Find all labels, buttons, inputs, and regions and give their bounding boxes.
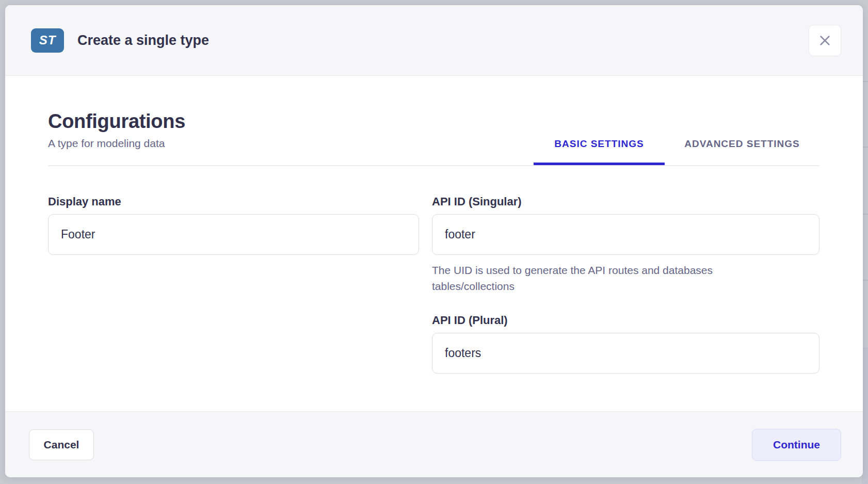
modal-body: Configurations A type for modeling data … (5, 76, 863, 411)
section-header: Configurations A type for modeling data … (48, 76, 819, 166)
api-id-singular-field: API ID (Singular) The UID is used to gen… (432, 195, 819, 294)
api-id-plural-input[interactable] (432, 333, 819, 374)
page-background: { "modal": { "header": { "badge": "ST", … (0, 0, 868, 484)
section-heading-block: Configurations A type for modeling data (48, 110, 185, 165)
modal-title: Create a single type (77, 33, 209, 49)
modal-header: ST Create a single type (5, 5, 863, 76)
cancel-button[interactable]: Cancel (29, 429, 94, 460)
single-type-badge: ST (31, 28, 64, 53)
continue-button[interactable]: Continue (752, 429, 841, 461)
api-id-singular-label: API ID (Singular) (432, 195, 819, 208)
create-single-type-modal: ST Create a single type Configurations A… (5, 5, 863, 477)
configuration-form: Display name API ID (Singular) The UID i… (48, 166, 819, 374)
api-id-singular-hint: The UID is used to generate the API rout… (432, 262, 767, 294)
tab-advanced-settings[interactable]: ADVANCED SETTINGS (665, 138, 819, 165)
section-title: Configurations (48, 110, 185, 133)
display-name-input[interactable] (48, 214, 419, 255)
api-id-plural-field: API ID (Plural) (432, 314, 819, 374)
tab-basic-settings[interactable]: BASIC SETTINGS (534, 138, 665, 165)
display-name-label: Display name (48, 195, 419, 208)
display-name-column: Display name (48, 195, 419, 374)
close-button[interactable] (809, 25, 841, 56)
api-id-column: API ID (Singular) The UID is used to gen… (432, 195, 819, 374)
section-subtitle: A type for modeling data (48, 137, 185, 150)
settings-tabs: BASIC SETTINGS ADVANCED SETTINGS (534, 138, 819, 165)
close-icon (818, 34, 832, 47)
display-name-field: Display name (48, 195, 419, 255)
modal-footer: Cancel Continue (5, 411, 863, 477)
api-id-plural-label: API ID (Plural) (432, 314, 819, 327)
api-id-singular-input[interactable] (432, 214, 819, 255)
